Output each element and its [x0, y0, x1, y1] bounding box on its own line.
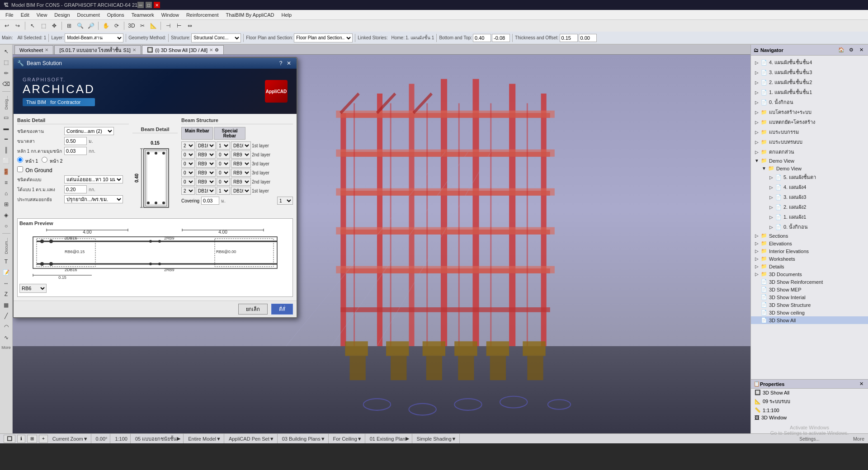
cancel-button[interactable]: ยกเล็ก — [238, 304, 268, 315]
tree-item-3dceiling[interactable]: 📄 3D Show ceiling — [751, 309, 868, 316]
dialog-close-button[interactable]: ✕ — [285, 59, 293, 67]
row1-main-bar[interactable]: DB16 — [196, 141, 216, 150]
lt-slab-button[interactable]: ▬ — [1, 123, 11, 133]
lt-arc-button[interactable]: ◠ — [1, 322, 11, 332]
beam-type-select[interactable]: Continu...am (2) — [64, 127, 114, 135]
more-label[interactable]: More — [1, 345, 11, 350]
row5-special-qty[interactable]: 0 — [217, 178, 230, 186]
status-zoom-fit-button[interactable]: ⊞ — [27, 435, 37, 443]
status-icons-button[interactable]: 🔲 — [4, 435, 15, 443]
tree-item-mep[interactable]: ▷ 📁 แบระบบกรรม — [751, 127, 868, 137]
lt-dim-button[interactable]: ↔ — [1, 278, 11, 288]
tree-item-3dreinf[interactable]: 📄 3D Show Reinforcement — [751, 278, 868, 286]
tree-item-3dstruct[interactable]: 📄 3D Show Structure — [751, 301, 868, 309]
row3-special-qty[interactable]: 0 — [217, 160, 230, 168]
row6-main-bar[interactable]: DB16 — [196, 187, 216, 195]
tab-3d-all[interactable]: 🔲 (i) 3D Show All [3D / All] ✕ ⚙ — [142, 45, 224, 54]
on-ground-label[interactable]: On Ground — [17, 166, 52, 174]
rotate-button[interactable]: ⟳ — [112, 21, 122, 31]
lt-wall-button[interactable]: ▭ — [1, 113, 11, 122]
row6-special-qty[interactable]: 1 — [217, 187, 230, 195]
row2-special-bar[interactable]: RB9 — [231, 150, 251, 159]
lt-morph-button[interactable]: ◈ — [1, 210, 11, 220]
tree-item-details[interactable]: ▷ 📁 Details — [751, 263, 868, 270]
row6-special-bar[interactable]: DB16 — [231, 187, 251, 195]
row4-special-bar[interactable]: RB9 — [231, 169, 251, 177]
row5-main-bar[interactable]: RB9 — [196, 178, 216, 186]
menu-help[interactable]: Help — [278, 11, 295, 19]
lt-roof-button[interactable]: ⌂ — [1, 188, 11, 198]
snap-button[interactable]: ⊞ — [64, 21, 74, 31]
tree-item-dv1[interactable]: ▷ 📄 1. แผนผัง1 — [751, 212, 868, 222]
tree-item-3dmep[interactable]: 📄 3D Show MEP — [751, 286, 868, 293]
select-button[interactable]: ↖ — [28, 21, 38, 31]
menu-options[interactable]: Options — [104, 11, 128, 19]
concrete-select[interactable]: ปรุกยามัก.../พร.ขม. — [64, 195, 123, 203]
mirror-button[interactable]: ⇔ — [185, 21, 195, 31]
align-left-button[interactable]: ⊣ — [163, 21, 173, 31]
zoom-in-button[interactable]: 🔍 — [75, 21, 85, 31]
ok-button[interactable]: ตื่สั่ — [271, 304, 293, 315]
lt-select-button[interactable]: ⬚ — [1, 57, 11, 67]
lt-arrow-button[interactable]: ↖ — [1, 47, 11, 56]
lt-zone-button[interactable]: Z — [1, 289, 11, 299]
lt-pencil-button[interactable]: ✏ — [1, 68, 11, 78]
pan-button[interactable]: ✋ — [101, 21, 111, 31]
covering-select[interactable]: 1 — [277, 197, 293, 205]
offset-input[interactable] — [579, 34, 597, 42]
beam-type2-select[interactable]: แต่นแ้อยอย...หา 10 มม. — [64, 175, 123, 183]
props-close-button[interactable]: ✕ — [857, 380, 865, 388]
row1-main-qty[interactable]: 2 — [181, 141, 195, 150]
row3-main-qty[interactable]: 0 — [181, 160, 195, 168]
status-info-button[interactable]: ℹ — [17, 435, 25, 443]
layer-select[interactable]: Model-Beam.สาน — [65, 33, 123, 42]
ceiling-status[interactable]: For Ceiling ▼ — [330, 434, 365, 443]
tree-item-floor4[interactable]: ▷ 📄 4. แผนผังชั้นชั้นชั้น4 — [751, 57, 868, 67]
row2-main-bar[interactable]: RB9 — [196, 150, 216, 159]
marquee-button[interactable]: ⬚ — [38, 21, 48, 31]
shading-status[interactable]: Simple Shading ▼ — [414, 434, 460, 443]
tree-item-struct[interactable]: ▷ 📁 แบโครงสร้าง+ระบบ — [751, 107, 868, 117]
move-button[interactable]: ✥ — [49, 21, 59, 31]
tab-s017-close[interactable]: ✕ — [132, 47, 136, 52]
rp-settings-button[interactable]: ⚙ — [847, 46, 855, 54]
lt-mesh-button[interactable]: ⊞ — [1, 199, 11, 209]
tree-item-dv5[interactable]: ▷ 📄 5. แผนผังชั้นตา — [751, 172, 868, 182]
on-ground-checkbox[interactable] — [17, 166, 23, 172]
pen-set-status[interactable]: AppliCAD Pen Set ▼ — [226, 434, 278, 443]
tab-s017[interactable]: [S.01.7 แบบอยาง โรงหล้ำชั้น S1] ✕ — [54, 45, 141, 54]
building-plans-status[interactable]: 05 แบบอยกชนัยชั้น ▶ — [132, 434, 184, 443]
tree-item-floor2[interactable]: ▷ 📄 2. แผนผังชั้นชั้นชั้น2 — [751, 77, 868, 87]
tree-item-arch[interactable]: ▷ 📁 แบหตกยัต+โครงสร้าง — [751, 117, 868, 127]
tree-item-dv4[interactable]: ▷ 📄 4. แผนผัง4 — [751, 182, 868, 192]
menu-edit[interactable]: Edit — [17, 11, 33, 19]
tree-item-floor1[interactable]: ▷ 📄 1. แผนผังชั้นชั้นชั้น1 — [751, 87, 868, 97]
tree-item-dv0[interactable]: ▷ 📄 0. นั้งกิกอน — [751, 222, 868, 232]
row6-main-qty[interactable]: 2 — [181, 187, 195, 195]
lt-door-button[interactable]: 🚪 — [1, 167, 11, 177]
tree-item-3dinterial[interactable]: 📄 3D Show Interial — [751, 293, 868, 301]
3d-button[interactable]: 3D — [127, 21, 137, 31]
menu-window[interactable]: Window — [158, 11, 183, 19]
width-input[interactable] — [64, 137, 87, 145]
lt-line-button[interactable]: ╱ — [1, 311, 11, 321]
floor-select[interactable]: Floor Plan and Section... — [294, 33, 353, 42]
top-input[interactable] — [473, 34, 491, 42]
plans-group-status[interactable]: 03 Building Plans ▼ — [279, 434, 329, 443]
row2-special-qty[interactable]: 0 — [217, 150, 230, 159]
row4-special-qty[interactable]: 0 — [217, 169, 230, 177]
tree-item-demoview2[interactable]: ▼ 📁 Demo View — [751, 164, 868, 172]
covering-input[interactable] — [201, 197, 219, 205]
face1-radio[interactable] — [17, 157, 23, 163]
row2-main-qty[interactable]: 0 — [181, 150, 195, 159]
row1-special-qty[interactable]: 1 — [217, 141, 230, 150]
tree-item-floor3[interactable]: ▷ 📄 3. แผนผังชั้นชั้นชั้น3 — [751, 67, 868, 77]
tree-item-sections[interactable]: ▷ 📁 Sections — [751, 232, 868, 240]
section-button[interactable]: ✂ — [137, 21, 147, 31]
face1-label[interactable]: หน้า 1 — [17, 157, 38, 164]
row1-special-bar[interactable]: DB16 — [231, 141, 251, 150]
tree-item-worksheets[interactable]: ▷ 📁 Worksheets — [751, 255, 868, 263]
bar-spacing-input[interactable] — [64, 185, 87, 193]
row3-special-bar[interactable]: RB9 — [231, 160, 251, 168]
lt-label-button[interactable]: 📝 — [1, 268, 11, 277]
